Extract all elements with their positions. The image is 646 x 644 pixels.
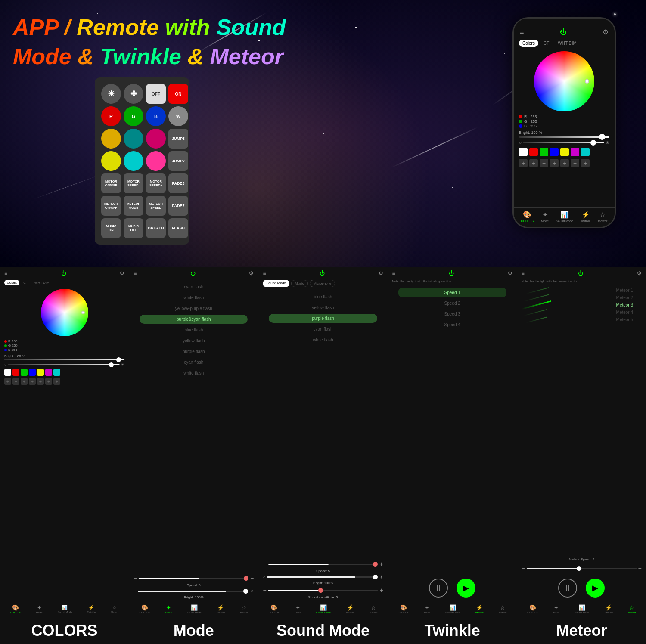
meteor-play-btn[interactable]: ▶ [586, 579, 605, 598]
sound-bright-track[interactable] [267, 576, 377, 578]
mini-swatch-yellow[interactable] [37, 369, 44, 376]
mode-yellow-flash[interactable]: yellow flash [140, 336, 248, 345]
mode-menu-icon[interactable]: ≡ [134, 270, 137, 276]
sound-speed-plus[interactable]: + [379, 560, 383, 567]
add-btn-2[interactable]: + [529, 159, 538, 167]
meteor-speed-plus[interactable]: + [638, 565, 642, 572]
remote-fade7[interactable]: FADE7 [168, 196, 188, 216]
mode-yellow-purple-flash[interactable]: yellow&purple flash [140, 304, 248, 313]
sound-menu-icon[interactable]: ≡ [263, 270, 266, 276]
phone-nav-sound[interactable]: 📊 Sound Mode [556, 211, 573, 223]
add-btn-4[interactable]: + [550, 159, 559, 167]
meteor-settings-icon[interactable]: ⚙ [637, 270, 642, 276]
twinkle-nav-twinkle[interactable]: ⚡ Twinkle [475, 604, 484, 614]
meteor-item-3[interactable]: Meteor 3 [616, 303, 633, 307]
colors-power-icon[interactable]: ⏻ [61, 270, 66, 276]
remote-light-teal[interactable] [124, 151, 143, 171]
twinkle-speed-4[interactable]: Speed 4 [398, 320, 506, 329]
remote-pink[interactable] [146, 129, 166, 149]
add-btn-7[interactable]: + [581, 159, 590, 167]
colors-settings-icon[interactable]: ⚙ [120, 270, 124, 276]
mode-nav-colors[interactable]: 🎨 COLORS [140, 604, 150, 614]
remote-meteor-onoff[interactable]: METEORON/OFF [101, 196, 121, 216]
colors-nav-mode[interactable]: ✦ Mode [36, 604, 43, 614]
swatch-red[interactable] [529, 148, 538, 156]
add-btn-3[interactable]: + [540, 159, 548, 167]
remote-music-on[interactable]: MUSICON [101, 218, 121, 238]
sound-yellow-flash[interactable]: yellow flash [269, 303, 377, 312]
mode-nav-meteor[interactable]: ☆ Meteor [240, 604, 248, 614]
swatch-cyan[interactable] [581, 148, 590, 156]
colors-wheel-handle[interactable] [81, 311, 85, 314]
sound-power-icon[interactable]: ⏻ [320, 270, 325, 276]
remote-meteor-mode[interactable]: METEORMODE [124, 196, 143, 216]
mode-white-flash2[interactable]: white flash [140, 368, 248, 378]
mini-swatch-white[interactable] [4, 369, 11, 376]
sound-nav-meteor[interactable]: ☆ Meteor [369, 604, 377, 614]
speed-plus[interactable]: + [250, 575, 254, 582]
color-wheel-handle[interactable] [585, 79, 589, 84]
add-btn-5[interactable]: + [560, 159, 569, 167]
color-wheel-container[interactable] [514, 49, 615, 114]
sound-purple-flash[interactable]: purple flash [269, 314, 377, 323]
mode-cyan-flash[interactable]: cyan flash [140, 282, 248, 291]
phone-nav-mode[interactable]: ✦ Mode [541, 211, 549, 223]
meteor-item-5[interactable]: Meteor 5 [616, 317, 633, 322]
remote-jump3[interactable]: JUMP3 [168, 129, 188, 149]
colors-nav-twinkle[interactable]: ⚡ Twinkle [87, 605, 96, 613]
remote-yellow[interactable] [101, 129, 121, 149]
meteor-nav-colors[interactable]: 🎨 COLORS [527, 604, 538, 614]
sound-speed-minus[interactable]: − [263, 560, 266, 567]
mini-add-5[interactable]: + [37, 378, 44, 385]
twinkle-speed-3[interactable]: Speed 3 [398, 310, 506, 319]
phone-nav-meteor[interactable]: ☆ Meteor [598, 211, 608, 223]
swatch-green[interactable] [540, 148, 548, 156]
colors-tab-ct[interactable]: CT [21, 280, 31, 285]
remote-red[interactable]: R [101, 106, 121, 126]
sound-tab-sound-mode[interactable]: Sound Mode [263, 280, 289, 287]
colors-nav-colors[interactable]: 🎨 COLORS [10, 604, 21, 614]
phone-tab-ct[interactable]: CT [540, 40, 553, 47]
mode-nav-twinkle[interactable]: ⚡ Twinkle [216, 604, 225, 614]
twinkle-pause-btn[interactable]: ⏸ [429, 579, 448, 598]
phone-power-icon[interactable]: ⏻ [560, 28, 567, 36]
mini-swatch-magenta[interactable] [45, 369, 52, 376]
mini-swatch-red[interactable] [12, 369, 19, 376]
add-btn-6[interactable]: + [571, 159, 579, 167]
twinkle-nav-meteor[interactable]: ☆ Meteor [499, 604, 507, 614]
speed-track[interactable] [139, 578, 248, 579]
mini-swatch-blue[interactable] [29, 369, 36, 376]
sound-sens-minus[interactable]: − [263, 587, 266, 594]
colors-tab-wht-dim[interactable]: WHT DIM [32, 280, 52, 285]
mini-add-1[interactable]: + [4, 378, 11, 385]
mini-add-7[interactable]: + [53, 378, 60, 385]
twinkle-menu-icon[interactable]: ≡ [392, 270, 395, 276]
mode-settings-icon[interactable]: ⚙ [249, 270, 254, 276]
mini-swatch-green[interactable] [21, 369, 28, 376]
meteor-item-4[interactable]: Meteor 4 [616, 310, 633, 315]
swatch-magenta[interactable] [571, 148, 579, 156]
sound-speed-track[interactable] [268, 564, 378, 565]
remote-jump7[interactable]: JUMP7 [168, 151, 188, 171]
remote-dim-up[interactable]: ✤ [124, 84, 143, 104]
sound-sens-plus[interactable]: + [379, 587, 383, 594]
phone-tab-colors[interactable]: Colors [519, 40, 538, 47]
phone-settings-icon[interactable]: ⚙ [603, 28, 609, 36]
meteor-power-icon[interactable]: ⏻ [578, 270, 583, 276]
remote-music-off[interactable]: MUSICOFF [124, 218, 143, 238]
meteor-pause-btn[interactable]: ⏸ [558, 579, 577, 598]
sound-nav-twinkle[interactable]: ⚡ Twinkle [346, 604, 354, 614]
twinkle-nav-colors[interactable]: 🎨 COLORS [398, 604, 409, 614]
twinkle-settings-icon[interactable]: ⚙ [508, 270, 512, 276]
remote-flash[interactable]: FLASH [168, 218, 188, 238]
remote-light-yellow[interactable] [101, 151, 121, 171]
mini-swatch-cyan[interactable] [53, 369, 60, 376]
twinkle-nav-mode[interactable]: ✦ Mode [424, 604, 430, 614]
meteor-nav-mode[interactable]: ✦ Mode [553, 604, 559, 614]
mini-add-3[interactable]: + [21, 378, 28, 385]
meteor-speed-track[interactable] [527, 568, 637, 569]
remote-teal[interactable] [124, 129, 143, 149]
mode-nav-mode[interactable]: ✦ Mode [165, 604, 172, 614]
sound-tab-microphone[interactable]: Microphone [310, 280, 335, 287]
mode-blue-flash[interactable]: blue flash [140, 325, 248, 334]
